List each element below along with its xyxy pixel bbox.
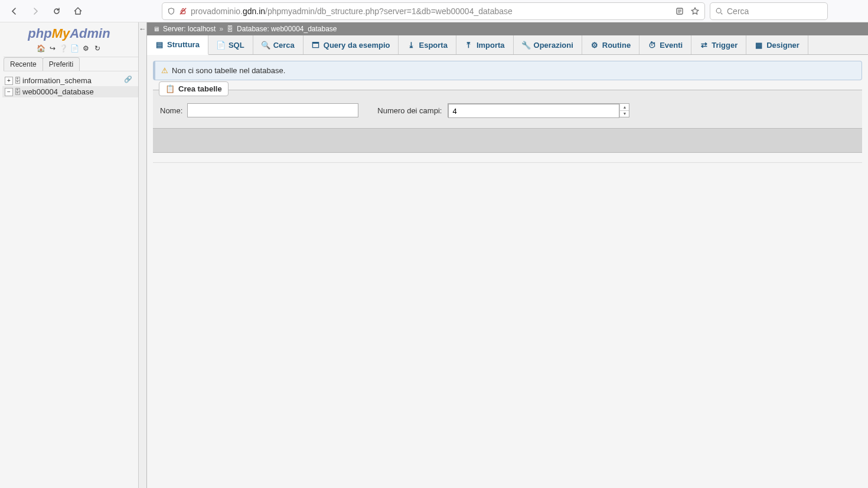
lock-insecure-icon (179, 7, 187, 15)
tab-cerca[interactable]: 🔍Cerca (253, 35, 304, 54)
tab-eventi[interactable]: ⏱Eventi (639, 35, 691, 54)
main-tabs: ▤Struttura 📄SQL 🔍Cerca 🗔Query da esempio… (147, 35, 868, 55)
cols-label: Numero dei campi: (377, 106, 442, 115)
tab-recent[interactable]: Recente (4, 57, 43, 71)
home-icon[interactable]: 🏠 (37, 44, 46, 53)
step-down-icon[interactable]: ▼ (620, 111, 629, 117)
warning-icon: ⚠ (161, 66, 168, 75)
tab-sql[interactable]: 📄SQL (208, 35, 253, 54)
new-table-icon: 📋 (165, 84, 175, 93)
designer-icon: ▦ (755, 41, 763, 49)
docs-icon[interactable]: ❔ (59, 44, 68, 53)
logout-icon[interactable]: ↪ (48, 44, 57, 53)
alert-text: Non ci sono tabelle nel database. (172, 66, 285, 75)
sql-icon[interactable]: 📄 (70, 44, 80, 53)
sidebar-tabs: Recente Preferiti (4, 57, 138, 71)
tab-routine[interactable]: ⚙Routine (582, 35, 639, 54)
import-icon: ⤒ (465, 41, 473, 49)
expand-icon[interactable]: + (5, 77, 13, 85)
structure-icon: ▤ (155, 41, 164, 49)
forward-button[interactable] (27, 3, 44, 19)
query-icon: 🗔 (312, 41, 320, 49)
tree-item-information-schema[interactable]: + 🗄 information_schema (2, 75, 138, 86)
create-tables-fieldset: 📋 Crea tabelle Nome: Numero dei campi: ▲ (153, 90, 862, 153)
reload-button[interactable] (48, 3, 65, 19)
tree-item-web00004-database[interactable]: − 🗄 web00004_database (2, 86, 138, 97)
collapse-sidebar-button[interactable]: ← (139, 22, 147, 488)
tab-operazioni[interactable]: 🔧Operazioni (514, 35, 582, 54)
reload-icon[interactable]: ↻ (93, 44, 102, 53)
search-placeholder: Cerca (727, 6, 749, 16)
db-tree: + 🗄 information_schema − 🗄 web00004_data… (0, 71, 138, 97)
url-text: provadominio.gdn.in/phpmyadmin/db_struct… (191, 6, 513, 16)
sidebar: phpMyAdmin 🏠 ↪ ❔ 📄 ⚙ ↻ Recente Preferiti… (0, 22, 139, 488)
tab-struttura[interactable]: ▤Struttura (147, 35, 208, 55)
phpmyadmin-logo[interactable]: phpMyAdmin (0, 22, 138, 42)
url-bar[interactable]: provadominio.gdn.in/phpmyadmin/db_struct… (162, 2, 705, 20)
breadcrumb-server[interactable]: Server: localhost (163, 25, 216, 33)
server-icon: 🖥 (153, 25, 159, 32)
table-name-input[interactable] (187, 103, 358, 117)
ops-icon: 🔧 (522, 41, 530, 49)
settings-icon[interactable]: ⚙ (81, 44, 91, 53)
tree-label: web00004_database (22, 87, 94, 96)
tree-label: information_schema (22, 76, 92, 85)
home-button[interactable] (70, 3, 86, 19)
export-icon: ⤓ (407, 41, 415, 49)
svg-point-6 (716, 8, 721, 13)
cols-stepper[interactable]: ▲ ▼ (448, 103, 629, 117)
cols-value-input[interactable] (448, 104, 619, 118)
alert-no-tables: ⚠ Non ci sono tabelle nel database. (153, 61, 862, 80)
search-icon: 🔍 (262, 41, 270, 49)
breadcrumb: 🖥 Server: localhost » 🗄 Database: web000… (147, 22, 868, 35)
breadcrumb-sep: » (219, 25, 223, 33)
tab-favorites[interactable]: Preferiti (43, 57, 80, 71)
tab-esporta[interactable]: ⤓Esporta (399, 35, 456, 54)
database-icon: 🗄 (227, 25, 233, 32)
collapse-icon[interactable]: − (5, 88, 13, 96)
svg-line-7 (721, 12, 723, 14)
tab-query-da-esempio[interactable]: 🗔Query da esempio (304, 35, 399, 54)
sidebar-toolbar: 🏠 ↪ ❔ 📄 ⚙ ↻ (0, 42, 138, 57)
reader-icon[interactable] (675, 6, 684, 16)
action-bar (153, 128, 862, 153)
browser-toolbar: provadominio.gdn.in/phpmyadmin/db_struct… (0, 0, 868, 22)
back-button[interactable] (6, 3, 22, 19)
bookmark-star-icon[interactable] (690, 6, 700, 16)
divider (153, 162, 862, 163)
events-icon: ⏱ (648, 41, 656, 49)
tab-trigger[interactable]: ⇄Trigger (691, 35, 746, 54)
tab-importa[interactable]: ⤒Importa (456, 35, 514, 54)
step-up-icon[interactable]: ▲ (620, 104, 629, 111)
create-tables-legend: 📋 Crea tabelle (159, 81, 229, 96)
tab-designer[interactable]: ▦Designer (746, 35, 808, 54)
sql-icon: 📄 (217, 41, 225, 49)
search-icon (715, 7, 723, 15)
db-icon: 🗄 (14, 77, 21, 85)
trigger-icon: ⇄ (700, 41, 708, 49)
db-icon: 🗄 (14, 88, 21, 96)
routine-icon: ⚙ (590, 41, 599, 49)
shield-icon (167, 7, 175, 15)
breadcrumb-database[interactable]: Database: web00004_database (237, 25, 337, 33)
name-label: Nome: (160, 106, 182, 115)
browser-search[interactable]: Cerca (710, 2, 828, 20)
link-icon[interactable]: 🔗 (124, 76, 132, 83)
